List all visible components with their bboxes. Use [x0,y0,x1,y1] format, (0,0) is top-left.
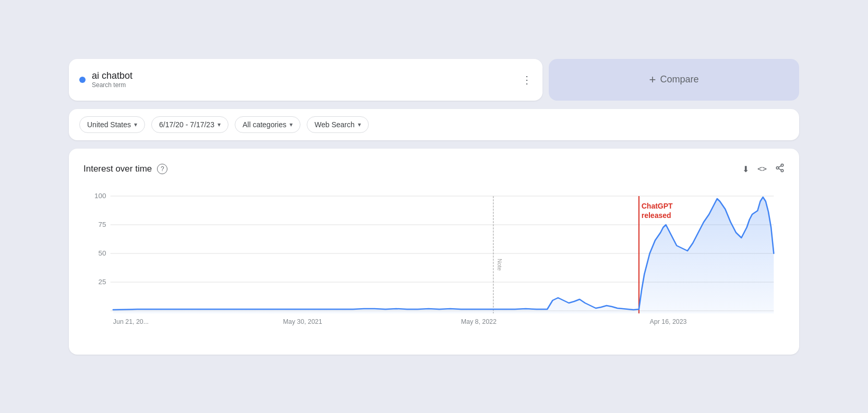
date-chevron-icon: ▾ [218,121,221,128]
svg-point-0 [781,164,783,166]
region-label: United States [87,120,131,129]
search-term-sublabel: Search term [92,81,132,89]
search-term-left: ai chatbot Search term [79,70,132,89]
svg-line-3 [778,168,781,170]
chart-card: Interest over time ? ⬇ <> ChatGPTrelease… [69,149,799,355]
compare-plus-icon: + [649,73,656,87]
svg-text:50: 50 [98,249,106,257]
more-options-icon[interactable]: ⋮ [522,74,532,86]
svg-text:75: 75 [98,221,106,228]
category-label: All categories [243,120,286,129]
help-icon[interactable]: ? [157,164,167,174]
category-dropdown[interactable]: All categories ▾ [235,116,300,133]
search-type-chevron-icon: ▾ [358,121,361,128]
search-term-name: ai chatbot [92,70,132,81]
category-chevron-icon: ▾ [290,121,293,128]
embed-icon[interactable]: <> [757,164,767,174]
blue-dot-indicator [79,77,86,83]
svg-text:100: 100 [94,192,106,200]
annotation-label: ChatGPTreleased [642,201,673,220]
chart-actions: ⬇ <> [742,163,785,175]
svg-text:May 30, 2021: May 30, 2021 [283,318,322,325]
search-row: ai chatbot Search term ⋮ + Compare [69,59,799,101]
share-icon[interactable] [775,163,785,175]
chart-title: Interest over time [83,164,152,174]
compare-card[interactable]: + Compare [549,59,799,101]
compare-label: Compare [660,74,698,85]
svg-text:Apr 16, 2023: Apr 16, 2023 [650,318,687,325]
date-range-label: 6/17/20 - 7/17/23 [159,120,214,129]
main-container: ai chatbot Search term ⋮ + Compare Unite… [69,59,799,355]
region-chevron-icon: ▾ [134,121,137,128]
svg-text:Note: Note [497,259,503,271]
svg-text:Jun 21, 20...: Jun 21, 20... [113,318,149,325]
search-type-label: Web Search [315,120,355,129]
chart-header: Interest over time ? ⬇ <> [83,163,785,175]
svg-line-4 [778,165,781,167]
search-term-text: ai chatbot Search term [92,70,132,89]
svg-point-1 [776,166,779,169]
region-dropdown[interactable]: United States ▾ [79,116,145,133]
interest-over-time-chart: 100 75 50 25 Jun 21, 20... May 30, 2021 … [83,186,785,342]
date-range-dropdown[interactable]: 6/17/20 - 7/17/23 ▾ [151,116,228,133]
search-term-card: ai chatbot Search term ⋮ [69,59,542,101]
search-type-dropdown[interactable]: Web Search ▾ [307,116,369,133]
svg-text:May 8, 2022: May 8, 2022 [461,318,497,325]
svg-text:25: 25 [98,278,106,286]
filter-row: United States ▾ 6/17/20 - 7/17/23 ▾ All … [69,109,799,140]
chart-title-row: Interest over time ? [83,164,167,174]
svg-point-2 [781,169,783,172]
download-icon[interactable]: ⬇ [742,164,749,174]
chart-wrapper: ChatGPTreleased 100 75 50 25 Jun 21, 20.… [83,186,785,344]
